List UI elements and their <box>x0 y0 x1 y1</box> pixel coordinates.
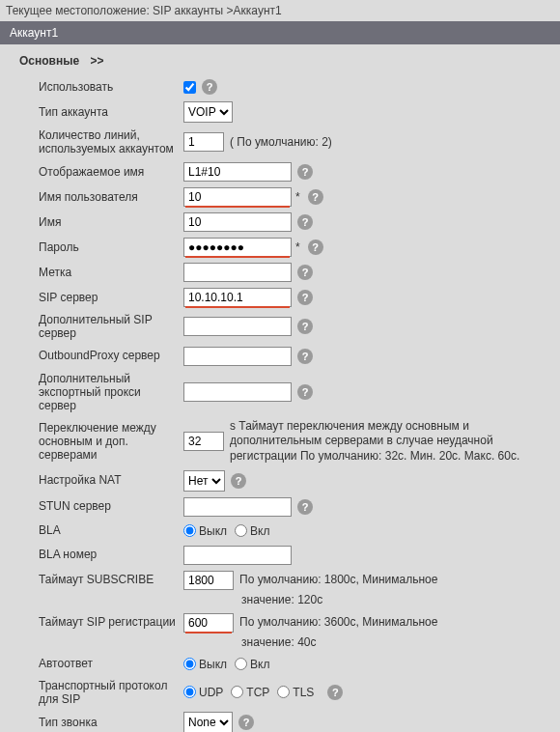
display-name-input[interactable] <box>183 162 292 182</box>
outbound-proxy-label: OutboundProxy сервер <box>39 349 183 362</box>
ring-type-select[interactable]: None <box>183 712 233 732</box>
sip-reg-timeout-input[interactable] <box>183 613 234 633</box>
tag-input[interactable] <box>183 263 292 282</box>
account-type-label: Тип аккаунта <box>39 105 183 119</box>
stun-input[interactable] <box>183 497 292 517</box>
subscribe-timeout-input[interactable] <box>183 571 234 590</box>
help-icon[interactable]: ? <box>231 473 246 489</box>
name-label: Имя <box>39 215 183 229</box>
transport-tls-option[interactable]: TLS <box>277 686 314 699</box>
auto-answer-off-text: Выкл <box>199 658 227 671</box>
alt-sip-input[interactable] <box>183 317 292 336</box>
transport-udp-option[interactable]: UDP <box>183 686 223 699</box>
help-icon[interactable]: ? <box>297 349 313 364</box>
ring-type-label: Тип звонка <box>39 716 183 729</box>
help-icon[interactable]: ? <box>297 499 313 515</box>
auto-answer-on-radio[interactable] <box>235 658 247 670</box>
section-title: Основные <box>19 54 79 68</box>
help-icon[interactable]: ? <box>297 290 313 305</box>
help-icon[interactable]: ? <box>297 265 313 280</box>
auto-answer-off-radio[interactable] <box>183 658 196 670</box>
alt-export-proxy-label: Дополнительный экспортный прокси сервер <box>39 372 183 413</box>
transport-tls-radio[interactable] <box>277 686 290 698</box>
switch-label: Переключение между основным и доп. серве… <box>39 421 183 463</box>
tag-label: Метка <box>39 266 183 279</box>
bla-off-option[interactable]: Выкл <box>183 524 227 538</box>
transport-tls-text: TLS <box>293 686 314 699</box>
transport-udp-radio[interactable] <box>183 686 196 698</box>
account-type-select[interactable]: VOIP <box>183 101 233 123</box>
sip-reg-timeout-hint2: значение: 40с <box>241 635 316 649</box>
auto-answer-off-option[interactable]: Выкл <box>183 658 227 671</box>
password-input[interactable] <box>183 238 292 257</box>
auto-answer-on-option[interactable]: Вкл <box>235 658 269 671</box>
transport-label: Транспортный протокол для SIP <box>39 679 183 707</box>
bla-on-text: Вкл <box>250 524 269 538</box>
section-header[interactable]: Основные >> <box>0 44 560 75</box>
help-icon[interactable]: ? <box>297 384 313 400</box>
required-star: * <box>295 240 300 254</box>
chevron-right-icon: >> <box>90 54 103 68</box>
username-label: Имя пользователя <box>39 190 183 204</box>
required-star: * <box>295 190 300 204</box>
transport-tcp-radio[interactable] <box>231 686 243 698</box>
auto-answer-on-text: Вкл <box>250 658 269 671</box>
bla-number-input[interactable] <box>183 546 292 565</box>
help-icon[interactable]: ? <box>238 715 254 730</box>
help-icon[interactable]: ? <box>297 164 313 180</box>
help-icon[interactable]: ? <box>202 79 217 95</box>
switch-input[interactable] <box>183 432 224 451</box>
bla-off-radio[interactable] <box>183 524 196 537</box>
subscribe-timeout-label: Таймаут SUBSCRIBE <box>39 573 183 586</box>
line-count-hint: ( По умолчанию: 2) <box>230 135 550 151</box>
help-icon[interactable]: ? <box>297 319 313 334</box>
alt-sip-label: Дополнительный SIP сервер <box>39 313 183 341</box>
nat-label: Настройка NAT <box>39 473 183 487</box>
help-icon[interactable]: ? <box>308 239 323 255</box>
sip-reg-timeout-hint1: По умолчанию: 3600с, Минимальное <box>239 615 550 631</box>
help-icon[interactable]: ? <box>297 214 313 230</box>
name-input[interactable] <box>183 212 292 232</box>
bla-number-label: BLA номер <box>39 548 183 561</box>
sip-reg-timeout-label: Таймаут SIP регистрации <box>39 615 183 629</box>
transport-udp-text: UDP <box>199 686 223 699</box>
transport-tcp-text: TCP <box>246 686 269 699</box>
bla-on-radio[interactable] <box>235 524 247 537</box>
nat-select[interactable]: Нет <box>183 470 225 492</box>
enable-label: Использовать <box>39 80 183 94</box>
display-name-label: Отображаемое имя <box>39 165 183 179</box>
bla-off-text: Выкл <box>199 524 227 538</box>
page-title-bar: Аккаунт1 <box>0 21 560 44</box>
outbound-proxy-input[interactable] <box>183 347 292 366</box>
switch-hint: s Таймаут переключения между основным и … <box>230 419 550 465</box>
stun-label: STUN сервер <box>39 499 183 513</box>
breadcrumb: Текущее местоположение: SIP аккаунты >Ак… <box>0 0 560 21</box>
bla-on-option[interactable]: Вкл <box>235 524 269 538</box>
password-label: Пароль <box>39 240 183 254</box>
help-icon[interactable]: ? <box>308 189 323 205</box>
subscribe-timeout-hint1: По умолчанию: 1800с, Минимальное <box>239 573 550 588</box>
enable-checkbox[interactable] <box>183 81 196 94</box>
sip-server-label: SIP сервер <box>39 291 183 304</box>
line-count-label: Количество линий, используемых аккаунтом <box>39 128 183 156</box>
line-count-input[interactable] <box>183 132 224 152</box>
auto-answer-label: Автоответ <box>39 657 183 670</box>
transport-tcp-option[interactable]: TCP <box>231 686 269 699</box>
username-input[interactable] <box>183 187 292 207</box>
subscribe-timeout-hint2: значение: 120с <box>241 593 322 606</box>
bla-label: BLA <box>39 523 183 537</box>
form-area: Использовать ? Тип аккаунта VOIP Количес… <box>0 75 560 732</box>
help-icon[interactable]: ? <box>327 685 343 700</box>
alt-export-proxy-input[interactable] <box>183 382 292 402</box>
sip-server-input[interactable] <box>183 288 292 307</box>
